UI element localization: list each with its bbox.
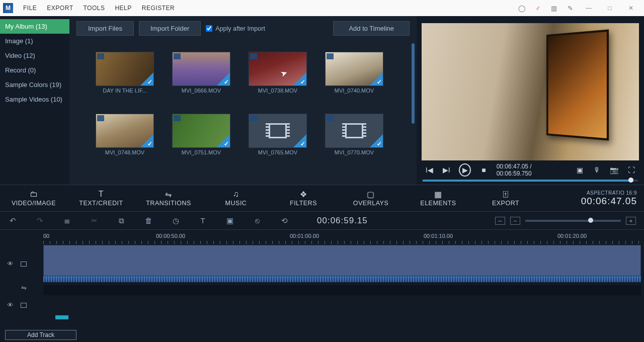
thumb-label: MVI_0666.MOV [182, 88, 221, 94]
tab-overlays[interactable]: ▢OVERLAYS [337, 185, 405, 211]
media-thumb[interactable]: ✓ MVI_0738.MOV [249, 52, 307, 94]
media-thumb[interactable]: ✓ MVI_0666.MOV [172, 52, 230, 94]
sidebar-item-my-album[interactable]: My Album (13) [0, 19, 69, 34]
zoom-fit-button[interactable]: ↔ [495, 217, 505, 225]
apply-after-import-label: Apply after Import [215, 25, 265, 32]
timeline: 00 00:00:50.00 00:01:00.00 00:01:10.00 0… [0, 230, 644, 342]
zoom-handle[interactable] [588, 218, 593, 223]
media-scrollbar[interactable] [412, 43, 415, 124]
video-badge-icon [250, 115, 257, 121]
media-thumb[interactable]: ✓ MVI_0751.MOV [172, 114, 230, 155]
import-folder-button[interactable]: Import Folder [139, 21, 201, 36]
video-badge-icon [327, 53, 334, 59]
cut-button[interactable]: ✂ [90, 216, 99, 225]
thumb-label: MVI_0748.MOV [105, 149, 144, 155]
undo-button[interactable]: ↶ [8, 216, 17, 225]
add-track-button[interactable]: Add Track [5, 330, 76, 340]
video-badge-icon [97, 115, 104, 121]
transition-track[interactable] [43, 285, 641, 295]
track-transition-head: ⇋ [0, 284, 42, 292]
tab-export[interactable]: ⍐EXPORT [472, 185, 539, 211]
stop-button[interactable]: ■ [479, 166, 488, 174]
apply-after-import-checkbox[interactable]: Apply after Import [206, 25, 265, 32]
menu-file[interactable]: FILE [18, 5, 42, 12]
text-tool-button[interactable]: T [198, 216, 207, 225]
ruler-mark: 00:01:10.00 [424, 233, 453, 239]
redo-button[interactable]: ↷ [35, 216, 44, 225]
tab-text-credit[interactable]: TTEXT/CREDIT [67, 185, 135, 211]
import-files-button[interactable]: Import Files [76, 21, 134, 36]
track-type-icon[interactable] [21, 303, 27, 308]
tab-elements[interactable]: ▦ELEMENTS [405, 185, 472, 211]
menu-help[interactable]: HELP [110, 5, 136, 12]
selected-check-icon: ✓ [377, 140, 382, 147]
play-button[interactable]: ▶ [459, 163, 471, 177]
track-visibility-icon[interactable]: 👁 [7, 260, 14, 268]
split-button[interactable]: ⧉ [117, 216, 126, 225]
window-minimize[interactable]: — [583, 5, 595, 12]
thumb-label: MVI_0751.MOV [182, 149, 221, 155]
menu-export[interactable]: EXPORT [42, 5, 78, 12]
prev-frame-button[interactable]: I◀ [425, 166, 434, 174]
media-thumb[interactable]: ✓ MVI_0748.MOV [96, 114, 154, 155]
voiceover-icon[interactable]: 🎙 [592, 166, 601, 174]
thumb-frame: ✓ [325, 52, 383, 86]
video-badge-icon [174, 53, 181, 59]
rotate-button[interactable]: ⟲ [280, 216, 289, 225]
app-logo: M [3, 3, 13, 13]
speed-button[interactable]: ◷ [171, 216, 180, 225]
safe-zone-icon[interactable]: ▣ [575, 166, 584, 174]
sidebar-item-record[interactable]: Record (0) [0, 63, 69, 77]
window-maximize[interactable]: □ [604, 5, 616, 12]
thumb-frame: ✓ [96, 114, 154, 148]
list-icon[interactable]: ≣ [62, 216, 71, 225]
menu-tools[interactable]: TOOLS [78, 5, 110, 12]
selected-check-icon: ✓ [224, 140, 229, 147]
window-close[interactable]: ✕ [625, 5, 637, 12]
timeline-clip[interactable] [43, 245, 641, 276]
track-visibility-icon[interactable]: 👁 [7, 301, 14, 309]
layout-icon[interactable]: ▥ [550, 5, 557, 12]
preview-scrub-handle[interactable] [628, 178, 633, 183]
tab-music[interactable]: ♫MUSIC [202, 185, 270, 211]
sidebar-item-image[interactable]: Image (1) [0, 34, 69, 48]
preview-canvas[interactable] [422, 23, 639, 160]
timeline-clip-small[interactable] [55, 315, 68, 319]
sidebar-item-video[interactable]: Video (12) [0, 48, 69, 63]
apply-after-import-input[interactable] [206, 25, 212, 32]
zoom-out-button[interactable]: − [510, 217, 520, 225]
sidebar-item-sample-videos[interactable]: Sample Videos (10) [0, 92, 69, 107]
sidebar-item-sample-colors[interactable]: Sample Colors (19) [0, 77, 69, 92]
crop-button[interactable]: ▣ [225, 216, 234, 225]
media-thumb[interactable]: ✓ MVI_0740.MOV [325, 52, 383, 94]
mars-icon[interactable]: ♂ [534, 5, 541, 12]
preview-timecode: 00:06:47.05 / 00:06:59.750 [497, 163, 562, 177]
timeline-ruler[interactable]: 00 00:00:50.00 00:01:00.00 00:01:10.00 0… [0, 230, 644, 245]
media-thumb[interactable]: ✓ MVI_0765.MOV [249, 114, 307, 155]
timeline-clip-audio[interactable] [43, 276, 641, 282]
tab-filters[interactable]: ❖FILTERS [270, 185, 337, 211]
thumb-frame: ✓ [249, 52, 307, 86]
delete-button[interactable]: 🗑 [144, 216, 153, 225]
zoom-in-button[interactable]: + [626, 217, 636, 225]
fullscreen-icon[interactable]: ⛶ [627, 166, 636, 174]
detach-button[interactable]: ⎋ [253, 216, 262, 225]
menu-register[interactable]: REGISTER [137, 5, 180, 12]
snapshot-icon[interactable]: 📷 [610, 166, 619, 174]
track-type-icon[interactable] [21, 262, 27, 267]
selected-check-icon: ✓ [300, 140, 305, 147]
media-thumb[interactable]: ✓ MVI_0770.MOV [325, 114, 383, 155]
preview-scrubber[interactable] [423, 180, 638, 182]
zoom-slider[interactable] [525, 220, 621, 222]
media-thumb[interactable]: ✓ DAY IN THE LIF... [96, 52, 154, 94]
help-icon[interactable]: ◯ [518, 5, 525, 12]
selected-check-icon: ✓ [147, 78, 152, 86]
transition-track-icon[interactable]: ⇋ [21, 284, 27, 292]
add-to-timeline-button[interactable]: Add to Timeline [333, 21, 410, 36]
thumb-label: MVI_0740.MOV [335, 88, 374, 94]
next-frame-button[interactable]: ▶I [442, 166, 451, 174]
tab-transitions[interactable]: ⇋TRANSITIONS [135, 185, 202, 211]
track-1-head: 👁 [0, 260, 42, 268]
edit-icon[interactable]: ✎ [567, 5, 574, 12]
tab-video-image[interactable]: 🗀VIDEO/IMAGE [0, 185, 67, 211]
